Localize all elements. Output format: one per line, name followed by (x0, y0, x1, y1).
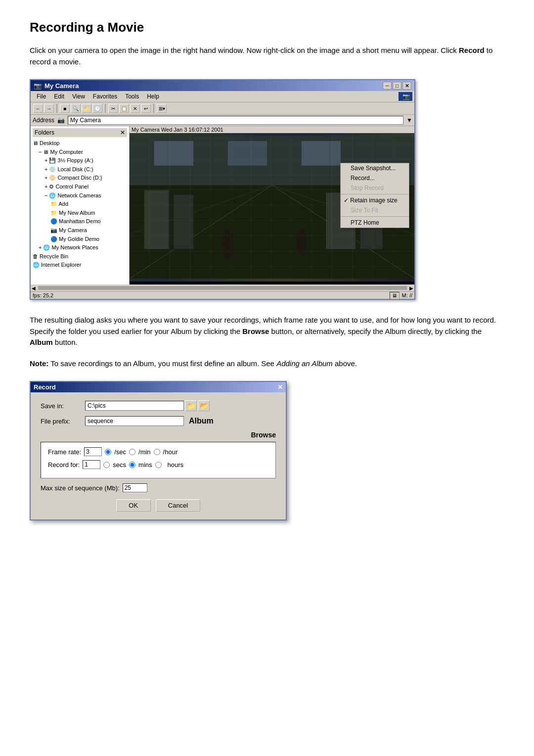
scroll-left[interactable]: ◀ (31, 285, 37, 291)
svg-point-14 (222, 230, 234, 259)
menu-view[interactable]: View (68, 92, 89, 101)
list-item[interactable]: 📷 My Camera (50, 226, 127, 235)
window-title: My Camera (44, 82, 79, 90)
list-item[interactable]: 📁 My New Album (50, 209, 127, 218)
max-size-label: Max size of sequence (Mb): (41, 484, 120, 492)
cut-button[interactable]: ✂ (108, 104, 118, 113)
max-size-row: Max size of sequence (Mb): (41, 483, 276, 492)
record-for-row: Record for: secs mins hours (48, 460, 268, 469)
delete-button[interactable]: ✕ (130, 104, 140, 113)
recordfor-hours-radio[interactable] (155, 462, 162, 468)
context-record[interactable]: Record... (341, 173, 409, 183)
file-prefix-input[interactable] (85, 416, 184, 426)
folders-button[interactable]: 📁 (82, 104, 91, 113)
context-ptz-home[interactable]: PTZ Home (341, 218, 409, 228)
framerate-min-label: /min (138, 448, 151, 456)
list-item[interactable]: − 🌐 Network Cameras (44, 191, 127, 200)
framerate-hour-radio[interactable] (154, 449, 160, 455)
svg-rect-8 (228, 141, 267, 166)
file-prefix-label: File prefix: (41, 418, 85, 425)
framerate-sec-label: /sec (114, 448, 126, 456)
titlebar-buttons[interactable]: ─ □ ✕ (383, 82, 411, 90)
recordfor-mins-label: mins (138, 461, 152, 469)
context-stop-record: Stop Record (341, 183, 409, 193)
recordfor-secs-label: secs (113, 461, 126, 469)
folder-tree: 🖥 Desktop − 🖥 My Computer + 💾 3½ Floppy … (33, 139, 127, 270)
scroll-right[interactable]: ▶ (408, 285, 414, 291)
frame-rate-label: Frame rate: (48, 448, 81, 456)
record-for-input[interactable] (83, 460, 100, 469)
list-item[interactable]: + 💿 Local Disk (C:) (44, 165, 127, 174)
list-item[interactable]: 📁 Add (50, 200, 127, 209)
copy-button[interactable]: 📋 (119, 104, 129, 113)
back-button[interactable]: ← (33, 104, 43, 113)
menu-favorites[interactable]: Favorites (89, 92, 121, 101)
list-item[interactable]: 🔵 Manhattan Demo (50, 217, 127, 226)
dialog-close-button[interactable]: ✕ (277, 383, 283, 391)
framerate-min-radio[interactable] (129, 449, 135, 455)
context-save-snapshot[interactable]: Save Snapshot... (341, 163, 409, 173)
context-retain-size[interactable]: Retain image size (341, 195, 409, 205)
max-size-input[interactable] (123, 483, 147, 492)
cancel-button[interactable]: Cancel (156, 499, 200, 512)
record-for-label: Record for: (48, 461, 80, 469)
browse-button[interactable]: Browse (251, 431, 276, 439)
list-item[interactable]: 🔵 My Goldie Demo (50, 235, 127, 244)
frame-rate-input[interactable] (84, 447, 102, 456)
record-dialog: Record ✕ Save in: 📁 📂 File prefix: Album… (30, 381, 287, 520)
list-item[interactable]: 🖥 Desktop (33, 139, 127, 148)
views-button[interactable]: ⊞▾ (157, 104, 167, 113)
folders-close[interactable]: ✕ (120, 129, 125, 136)
close-button[interactable]: ✕ (402, 82, 411, 90)
address-input[interactable] (68, 116, 403, 125)
svg-rect-9 (302, 141, 341, 166)
context-sep2 (341, 216, 409, 217)
save-in-label: Save in: (41, 402, 85, 410)
minimize-button[interactable]: ─ (383, 82, 392, 90)
list-item[interactable]: + ⚙ Control Panel (44, 183, 127, 191)
camera-image[interactable]: Save Snapshot... Record... Stop Record R… (130, 133, 414, 282)
camera-pane[interactable]: My Camera Wed Jan 3 16:07:12 2001 (130, 126, 414, 284)
undo-button[interactable]: ↩ (141, 104, 151, 113)
search-button[interactable]: 🔍 (71, 104, 81, 113)
address-dropdown[interactable]: ▼ (406, 117, 412, 124)
body-paragraph: The resulting dialog asks you where you … (30, 315, 504, 348)
menu-edit[interactable]: Edit (50, 92, 68, 101)
list-item[interactable]: + 📀 Compact Disc (D:) (44, 174, 127, 183)
context-menu[interactable]: Save Snapshot... Record... Stop Record R… (340, 163, 409, 228)
address-bar: Address 📷 ▼ (31, 115, 414, 126)
browse-row: Browse (41, 431, 276, 439)
settings-section: Frame rate: /sec /min /hour Record for: … (41, 442, 276, 478)
menu-tools[interactable]: Tools (121, 92, 143, 101)
save-in-folder-icon[interactable]: 📁 (185, 400, 197, 411)
framerate-sec-radio[interactable] (105, 449, 111, 455)
recordfor-secs-radio[interactable] (103, 462, 110, 468)
list-item[interactable]: + 💾 3½ Floppy (A:) (44, 156, 127, 165)
note-paragraph: Note: To save recordings to an Album, yo… (30, 358, 504, 370)
save-in-browse-icon[interactable]: 📂 (198, 400, 210, 411)
cam-indicator: 📷 (399, 92, 412, 101)
address-icon: 📷 (57, 117, 65, 124)
svg-rect-7 (154, 141, 193, 166)
dialog-title: Record (34, 383, 56, 391)
dialog-buttons: OK Cancel (41, 499, 276, 512)
history-button[interactable]: 🕒 (92, 104, 102, 113)
list-item[interactable]: 🗑 Recycle Bin (33, 252, 127, 261)
scroll-track[interactable] (38, 286, 407, 290)
save-in-input[interactable] (85, 401, 184, 411)
menu-help[interactable]: Help (143, 92, 163, 101)
ok-button[interactable]: OK (116, 499, 151, 512)
list-item[interactable]: − 🖥 My Computer (39, 148, 127, 157)
svg-rect-11 (174, 195, 193, 249)
address-label: Address (33, 117, 54, 124)
album-button[interactable]: Album (189, 417, 214, 425)
svg-point-15 (297, 228, 307, 256)
menu-file[interactable]: File (33, 92, 50, 101)
list-item[interactable]: 🌐 Internet Explorer (33, 261, 127, 270)
forward-button[interactable]: → (44, 104, 54, 113)
restore-button[interactable]: □ (393, 82, 401, 90)
list-item[interactable]: + 🌐 My Network Places (39, 243, 127, 252)
stop-button[interactable]: ■ (60, 104, 70, 113)
horizontal-scrollbar[interactable]: ◀ ▶ (31, 284, 414, 291)
recordfor-mins-radio[interactable] (129, 462, 135, 468)
